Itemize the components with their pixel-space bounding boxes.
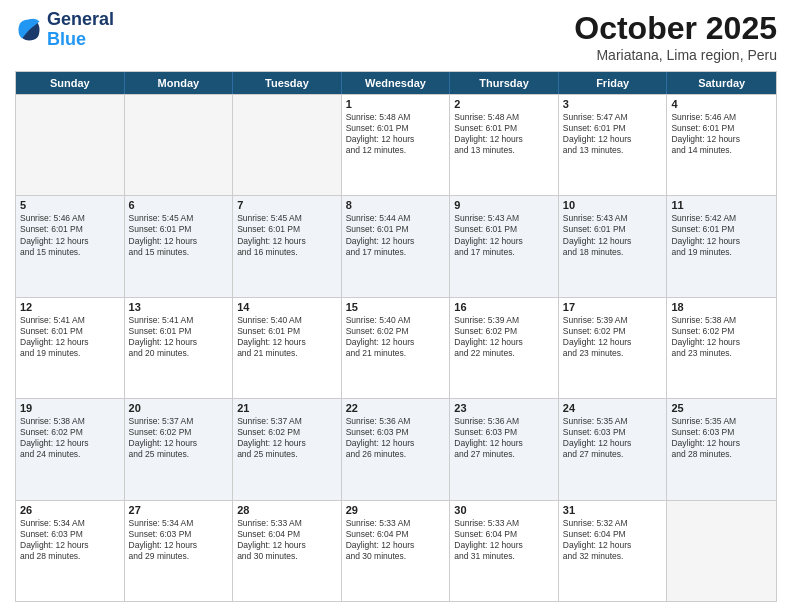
day-number: 3 bbox=[563, 98, 663, 110]
header-day-thursday: Thursday bbox=[450, 72, 559, 94]
day-number: 17 bbox=[563, 301, 663, 313]
day-cell-27: 27Sunrise: 5:34 AM Sunset: 6:03 PM Dayli… bbox=[125, 501, 234, 601]
cell-info: Sunrise: 5:38 AM Sunset: 6:02 PM Dayligh… bbox=[20, 416, 120, 460]
day-cell-9: 9Sunrise: 5:43 AM Sunset: 6:01 PM Daylig… bbox=[450, 196, 559, 296]
day-number: 6 bbox=[129, 199, 229, 211]
day-number: 18 bbox=[671, 301, 772, 313]
cell-info: Sunrise: 5:38 AM Sunset: 6:02 PM Dayligh… bbox=[671, 315, 772, 359]
day-number: 24 bbox=[563, 402, 663, 414]
day-number: 8 bbox=[346, 199, 446, 211]
day-cell-29: 29Sunrise: 5:33 AM Sunset: 6:04 PM Dayli… bbox=[342, 501, 451, 601]
subtitle: Mariatana, Lima region, Peru bbox=[574, 47, 777, 63]
cell-info: Sunrise: 5:47 AM Sunset: 6:01 PM Dayligh… bbox=[563, 112, 663, 156]
day-cell-15: 15Sunrise: 5:40 AM Sunset: 6:02 PM Dayli… bbox=[342, 298, 451, 398]
day-cell-21: 21Sunrise: 5:37 AM Sunset: 6:02 PM Dayli… bbox=[233, 399, 342, 499]
header-day-monday: Monday bbox=[125, 72, 234, 94]
header-day-wednesday: Wednesday bbox=[342, 72, 451, 94]
cell-info: Sunrise: 5:40 AM Sunset: 6:02 PM Dayligh… bbox=[346, 315, 446, 359]
day-cell-22: 22Sunrise: 5:36 AM Sunset: 6:03 PM Dayli… bbox=[342, 399, 451, 499]
day-cell-14: 14Sunrise: 5:40 AM Sunset: 6:01 PM Dayli… bbox=[233, 298, 342, 398]
cell-info: Sunrise: 5:32 AM Sunset: 6:04 PM Dayligh… bbox=[563, 518, 663, 562]
day-number: 30 bbox=[454, 504, 554, 516]
calendar-body: 1Sunrise: 5:48 AM Sunset: 6:01 PM Daylig… bbox=[16, 94, 776, 601]
day-cell-1: 1Sunrise: 5:48 AM Sunset: 6:01 PM Daylig… bbox=[342, 95, 451, 195]
header: General Blue October 2025 Mariatana, Lim… bbox=[15, 10, 777, 63]
day-cell-31: 31Sunrise: 5:32 AM Sunset: 6:04 PM Dayli… bbox=[559, 501, 668, 601]
page: General Blue October 2025 Mariatana, Lim… bbox=[0, 0, 792, 612]
day-cell-24: 24Sunrise: 5:35 AM Sunset: 6:03 PM Dayli… bbox=[559, 399, 668, 499]
day-cell-3: 3Sunrise: 5:47 AM Sunset: 6:01 PM Daylig… bbox=[559, 95, 668, 195]
cell-info: Sunrise: 5:40 AM Sunset: 6:01 PM Dayligh… bbox=[237, 315, 337, 359]
calendar: SundayMondayTuesdayWednesdayThursdayFrid… bbox=[15, 71, 777, 602]
cell-info: Sunrise: 5:36 AM Sunset: 6:03 PM Dayligh… bbox=[454, 416, 554, 460]
day-cell-4: 4Sunrise: 5:46 AM Sunset: 6:01 PM Daylig… bbox=[667, 95, 776, 195]
day-number: 27 bbox=[129, 504, 229, 516]
cell-info: Sunrise: 5:36 AM Sunset: 6:03 PM Dayligh… bbox=[346, 416, 446, 460]
day-number: 5 bbox=[20, 199, 120, 211]
day-number: 20 bbox=[129, 402, 229, 414]
day-number: 19 bbox=[20, 402, 120, 414]
empty-cell bbox=[16, 95, 125, 195]
day-number: 2 bbox=[454, 98, 554, 110]
week-row-2: 5Sunrise: 5:46 AM Sunset: 6:01 PM Daylig… bbox=[16, 195, 776, 296]
cell-info: Sunrise: 5:43 AM Sunset: 6:01 PM Dayligh… bbox=[454, 213, 554, 257]
cell-info: Sunrise: 5:39 AM Sunset: 6:02 PM Dayligh… bbox=[563, 315, 663, 359]
day-cell-26: 26Sunrise: 5:34 AM Sunset: 6:03 PM Dayli… bbox=[16, 501, 125, 601]
title-block: October 2025 Mariatana, Lima region, Per… bbox=[574, 10, 777, 63]
cell-info: Sunrise: 5:37 AM Sunset: 6:02 PM Dayligh… bbox=[237, 416, 337, 460]
empty-cell bbox=[233, 95, 342, 195]
day-number: 15 bbox=[346, 301, 446, 313]
day-cell-23: 23Sunrise: 5:36 AM Sunset: 6:03 PM Dayli… bbox=[450, 399, 559, 499]
day-number: 13 bbox=[129, 301, 229, 313]
header-day-saturday: Saturday bbox=[667, 72, 776, 94]
day-number: 12 bbox=[20, 301, 120, 313]
cell-info: Sunrise: 5:33 AM Sunset: 6:04 PM Dayligh… bbox=[237, 518, 337, 562]
week-row-4: 19Sunrise: 5:38 AM Sunset: 6:02 PM Dayli… bbox=[16, 398, 776, 499]
week-row-1: 1Sunrise: 5:48 AM Sunset: 6:01 PM Daylig… bbox=[16, 94, 776, 195]
day-cell-2: 2Sunrise: 5:48 AM Sunset: 6:01 PM Daylig… bbox=[450, 95, 559, 195]
day-number: 9 bbox=[454, 199, 554, 211]
empty-cell bbox=[667, 501, 776, 601]
cell-info: Sunrise: 5:33 AM Sunset: 6:04 PM Dayligh… bbox=[346, 518, 446, 562]
day-number: 23 bbox=[454, 402, 554, 414]
cell-info: Sunrise: 5:46 AM Sunset: 6:01 PM Dayligh… bbox=[20, 213, 120, 257]
day-cell-25: 25Sunrise: 5:35 AM Sunset: 6:03 PM Dayli… bbox=[667, 399, 776, 499]
day-number: 11 bbox=[671, 199, 772, 211]
cell-info: Sunrise: 5:46 AM Sunset: 6:01 PM Dayligh… bbox=[671, 112, 772, 156]
empty-cell bbox=[125, 95, 234, 195]
cell-info: Sunrise: 5:48 AM Sunset: 6:01 PM Dayligh… bbox=[346, 112, 446, 156]
day-number: 28 bbox=[237, 504, 337, 516]
day-cell-11: 11Sunrise: 5:42 AM Sunset: 6:01 PM Dayli… bbox=[667, 196, 776, 296]
cell-info: Sunrise: 5:45 AM Sunset: 6:01 PM Dayligh… bbox=[129, 213, 229, 257]
cell-info: Sunrise: 5:33 AM Sunset: 6:04 PM Dayligh… bbox=[454, 518, 554, 562]
main-title: October 2025 bbox=[574, 10, 777, 47]
day-cell-5: 5Sunrise: 5:46 AM Sunset: 6:01 PM Daylig… bbox=[16, 196, 125, 296]
day-cell-18: 18Sunrise: 5:38 AM Sunset: 6:02 PM Dayli… bbox=[667, 298, 776, 398]
day-number: 25 bbox=[671, 402, 772, 414]
logo-name-general: General bbox=[47, 10, 114, 30]
day-cell-10: 10Sunrise: 5:43 AM Sunset: 6:01 PM Dayli… bbox=[559, 196, 668, 296]
day-cell-30: 30Sunrise: 5:33 AM Sunset: 6:04 PM Dayli… bbox=[450, 501, 559, 601]
header-day-friday: Friday bbox=[559, 72, 668, 94]
day-number: 26 bbox=[20, 504, 120, 516]
cell-info: Sunrise: 5:48 AM Sunset: 6:01 PM Dayligh… bbox=[454, 112, 554, 156]
logo: General Blue bbox=[15, 10, 114, 50]
cell-info: Sunrise: 5:41 AM Sunset: 6:01 PM Dayligh… bbox=[20, 315, 120, 359]
week-row-5: 26Sunrise: 5:34 AM Sunset: 6:03 PM Dayli… bbox=[16, 500, 776, 601]
day-number: 14 bbox=[237, 301, 337, 313]
logo-name-blue: Blue bbox=[47, 30, 114, 50]
day-number: 10 bbox=[563, 199, 663, 211]
day-number: 29 bbox=[346, 504, 446, 516]
day-cell-8: 8Sunrise: 5:44 AM Sunset: 6:01 PM Daylig… bbox=[342, 196, 451, 296]
day-cell-12: 12Sunrise: 5:41 AM Sunset: 6:01 PM Dayli… bbox=[16, 298, 125, 398]
day-number: 22 bbox=[346, 402, 446, 414]
day-number: 31 bbox=[563, 504, 663, 516]
day-number: 21 bbox=[237, 402, 337, 414]
calendar-header: SundayMondayTuesdayWednesdayThursdayFrid… bbox=[16, 72, 776, 94]
header-day-sunday: Sunday bbox=[16, 72, 125, 94]
cell-info: Sunrise: 5:39 AM Sunset: 6:02 PM Dayligh… bbox=[454, 315, 554, 359]
day-number: 4 bbox=[671, 98, 772, 110]
cell-info: Sunrise: 5:35 AM Sunset: 6:03 PM Dayligh… bbox=[563, 416, 663, 460]
day-cell-20: 20Sunrise: 5:37 AM Sunset: 6:02 PM Dayli… bbox=[125, 399, 234, 499]
day-number: 16 bbox=[454, 301, 554, 313]
